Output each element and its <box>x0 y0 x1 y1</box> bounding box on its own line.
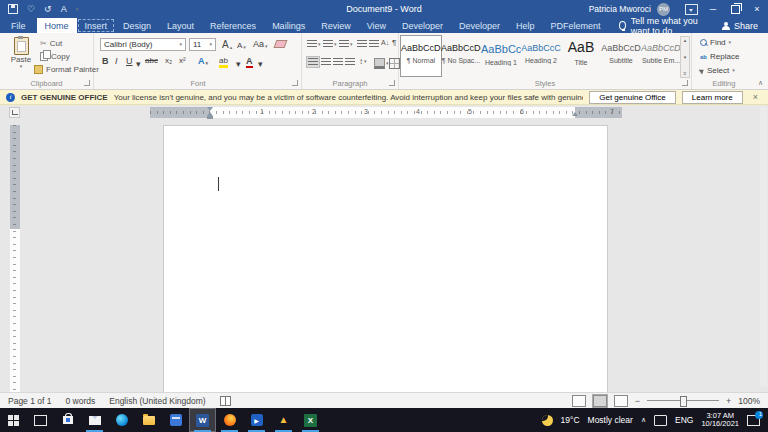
select-button[interactable]: Select ▾ <box>700 66 735 75</box>
notification-close-icon[interactable]: × <box>749 92 762 102</box>
proofing-book-icon[interactable] <box>220 396 231 406</box>
italic-button[interactable]: I <box>115 56 118 66</box>
tab-stop-selector[interactable] <box>9 107 20 118</box>
superscript-button[interactable]: x² <box>179 56 186 65</box>
underline-dropdown-icon[interactable]: ▾ <box>136 60 141 69</box>
tab-mailings[interactable]: Mailings <box>264 18 313 33</box>
file-explorer-button[interactable] <box>135 408 162 432</box>
highlight-dropdown-icon[interactable]: ▾ <box>236 60 241 69</box>
document-page[interactable] <box>163 125 608 392</box>
zoom-out-icon[interactable]: − <box>635 396 640 406</box>
tab-home[interactable]: Home <box>37 18 77 33</box>
tab-design[interactable]: Design <box>115 18 159 33</box>
word-count[interactable]: 0 words <box>65 396 95 406</box>
underline-button[interactable]: U <box>126 56 133 66</box>
taskbar-clock[interactable]: 3:07 AM 10/16/2021 <box>701 412 739 429</box>
restore-button[interactable] <box>724 0 746 18</box>
clear-formatting-button[interactable] <box>275 40 286 48</box>
clipboard-dialog-launcher-icon[interactable] <box>84 80 90 86</box>
horizontal-ruler[interactable]: 1 2 3 4 5 6 7 <box>150 107 622 118</box>
grow-font-button[interactable]: A▴ <box>222 39 232 50</box>
action-center-icon[interactable]: 1 <box>747 415 760 426</box>
tab-developer-1[interactable]: Developer <box>394 18 451 33</box>
style-no-spacing[interactable]: AaBbCcDc ¶ No Spac... <box>441 36 481 76</box>
vertical-ruler[interactable] <box>10 125 20 392</box>
align-right-button[interactable] <box>333 58 343 66</box>
page-count[interactable]: Page 1 of 1 <box>8 396 51 406</box>
first-line-indent-marker[interactable] <box>207 107 213 111</box>
align-left-button[interactable] <box>307 57 319 67</box>
align-center-button[interactable] <box>321 58 331 66</box>
cut-button[interactable]: ✂ Cut <box>40 37 62 49</box>
tab-insert[interactable]: Insert <box>77 18 116 33</box>
bullets-button[interactable]: ▾ <box>307 40 321 48</box>
paste-button[interactable]: Paste ▾ <box>6 37 36 79</box>
style-title[interactable]: AaB Title <box>561 36 601 76</box>
gallery-more-icon[interactable]: ≡ <box>684 71 687 76</box>
movies-tv-button[interactable]: ▶ <box>243 408 270 432</box>
style-subtle-emphasis[interactable]: AaBbCcDc Subtle Em... <box>641 36 681 76</box>
share-button[interactable]: Share <box>712 18 768 33</box>
weather-temperature[interactable]: 19°C <box>561 415 580 425</box>
font-name-combobox[interactable]: Calibri (Body) ▾ <box>100 38 186 51</box>
show-paragraph-marks-button[interactable]: ¶ <box>392 38 396 47</box>
zoom-slider[interactable] <box>647 400 719 401</box>
tab-layout[interactable]: Layout <box>159 18 202 33</box>
get-genuine-office-button[interactable]: Get genuine Office <box>589 91 676 104</box>
store-button[interactable] <box>54 408 81 432</box>
justify-button[interactable] <box>345 58 355 66</box>
change-case-button[interactable]: Aa▾ <box>253 39 268 49</box>
font-size-combobox[interactable]: 11 ▾ <box>189 38 216 51</box>
tab-review[interactable]: Review <box>313 18 359 33</box>
tab-developer-2[interactable]: Developer <box>451 18 508 33</box>
weather-moon-icon[interactable] <box>542 415 553 426</box>
format-painter-button[interactable]: Format Painter <box>34 63 99 75</box>
paste-dropdown-icon[interactable]: ▾ <box>6 64 36 69</box>
style-subtitle[interactable]: AaBbCcD Subtitle <box>601 36 641 76</box>
increase-indent-button[interactable] <box>369 40 379 48</box>
edge-button[interactable] <box>108 408 135 432</box>
paragraph-dialog-launcher-icon[interactable] <box>389 80 395 86</box>
tab-pdfelement[interactable]: PDFelement <box>543 18 609 33</box>
highlight-color-button[interactable]: ab <box>219 56 228 68</box>
zoom-level[interactable]: 100% <box>738 396 760 406</box>
avatar[interactable]: PM <box>657 3 670 16</box>
styles-dialog-launcher-icon[interactable] <box>682 80 688 86</box>
tab-file[interactable]: File <box>0 18 37 33</box>
style-normal[interactable]: AaBbCcDc ¶ Normal <box>401 36 441 76</box>
multilevel-list-button[interactable]: ▾ <box>339 40 353 48</box>
zoom-in-icon[interactable]: + <box>726 396 731 406</box>
tray-app-icon[interactable] <box>654 415 667 426</box>
mail-button[interactable] <box>81 408 108 432</box>
style-heading-2[interactable]: AaBbCcC Heading 2 <box>521 36 561 76</box>
gallery-scroll-up-icon[interactable]: ▴ <box>684 38 687 43</box>
tell-me-box[interactable]: Tell me what you want to do <box>619 18 712 33</box>
numbering-button[interactable]: ▾ <box>323 40 337 48</box>
language-indicator[interactable]: English (United Kingdom) <box>109 396 205 406</box>
font-dialog-launcher-icon[interactable] <box>292 80 298 86</box>
tab-references[interactable]: References <box>202 18 264 33</box>
vertical-scrollbar[interactable] <box>760 107 767 387</box>
gallery-scroll-down-icon[interactable]: ▾ <box>684 55 687 60</box>
task-view-button[interactable] <box>27 408 54 432</box>
find-button[interactable]: Find ▾ <box>700 38 731 47</box>
text-effects-button[interactable]: A▾ <box>198 56 208 66</box>
collapse-ribbon-icon[interactable]: ∧ <box>758 79 763 87</box>
replace-button[interactable]: ab Replace <box>700 52 739 61</box>
weather-condition[interactable]: Mostly clear <box>588 415 633 425</box>
font-color-button[interactable]: A <box>246 56 253 68</box>
font-color-dropdown-icon[interactable]: ▾ <box>258 60 263 69</box>
shading-button[interactable]: ▾ <box>374 58 389 69</box>
shrink-font-button[interactable]: A▾ <box>237 41 246 50</box>
tab-view[interactable]: View <box>359 18 394 33</box>
print-layout-icon[interactable] <box>593 395 607 407</box>
close-button[interactable]: × <box>746 0 768 18</box>
show-hidden-icons-button[interactable]: ∧ <box>641 416 646 424</box>
style-heading-1[interactable]: AaBbCc Heading 1 <box>481 36 521 76</box>
strikethrough-button[interactable]: abc <box>145 56 158 65</box>
web-layout-icon[interactable] <box>614 395 628 407</box>
left-indent-marker[interactable] <box>207 116 213 119</box>
subscript-button[interactable]: x₂ <box>165 56 172 65</box>
input-language-indicator[interactable]: ENG <box>675 415 693 425</box>
sort-button[interactable]: A↓ <box>381 39 389 46</box>
